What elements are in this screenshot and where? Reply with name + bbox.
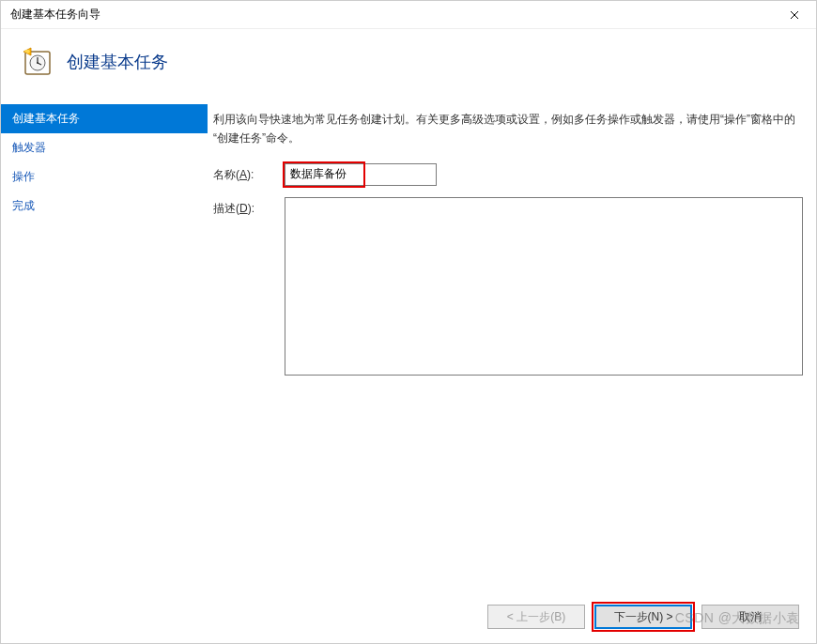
sidebar-item-label: 操作 <box>12 170 35 183</box>
window-title: 创建基本任务向导 <box>10 7 100 23</box>
sidebar-item-finish[interactable]: 完成 <box>1 192 208 221</box>
wizard-content: 创建基本任务 触发器 操作 完成 利用该向导快速地为常见任务创建计划。有关更多高… <box>1 104 816 590</box>
sidebar-item-label: 创建基本任务 <box>12 112 80 125</box>
titlebar: 创建基本任务向导 <box>1 1 816 29</box>
wizard-sidebar: 创建基本任务 触发器 操作 完成 <box>1 104 208 590</box>
description-textarea[interactable] <box>285 197 803 376</box>
next-button-wrap: 下一步(N) > <box>594 605 692 629</box>
wizard-window: 创建基本任务向导 创建基本任务 创建基本任务 触发器 <box>0 0 817 644</box>
name-input[interactable] <box>285 163 437 186</box>
sidebar-item-trigger[interactable]: 触发器 <box>1 133 208 162</box>
cancel-button[interactable]: 取消 <box>701 605 799 629</box>
wizard-intro-text: 利用该向导快速地为常见任务创建计划。有关更多高级选项或设置，例如多任务操作或触发… <box>213 110 803 148</box>
description-row: 描述(D): <box>213 197 803 376</box>
description-label: 描述(D): <box>213 197 285 217</box>
next-button[interactable]: 下一步(N) > <box>594 605 692 629</box>
wizard-main-panel: 利用该向导快速地为常见任务创建计划。有关更多高级选项或设置，例如多任务操作或触发… <box>208 104 816 590</box>
name-input-wrap <box>285 163 803 186</box>
svg-point-4 <box>37 62 39 64</box>
wizard-footer: < 上一步(B) 下一步(N) > 取消 <box>1 590 816 643</box>
task-scheduler-icon <box>22 46 54 78</box>
sidebar-item-create-basic-task[interactable]: 创建基本任务 <box>1 104 208 133</box>
sidebar-item-action[interactable]: 操作 <box>1 162 208 192</box>
wizard-header: 创建基本任务 <box>1 29 816 104</box>
sidebar-item-label: 完成 <box>12 199 35 212</box>
back-button: < 上一步(B) <box>487 605 585 629</box>
close-icon <box>790 10 799 20</box>
wizard-step-title: 创建基本任务 <box>67 51 168 73</box>
name-row: 名称(A): <box>213 163 803 186</box>
close-button[interactable] <box>773 1 816 29</box>
name-label: 名称(A): <box>213 163 285 183</box>
sidebar-item-label: 触发器 <box>12 141 46 154</box>
